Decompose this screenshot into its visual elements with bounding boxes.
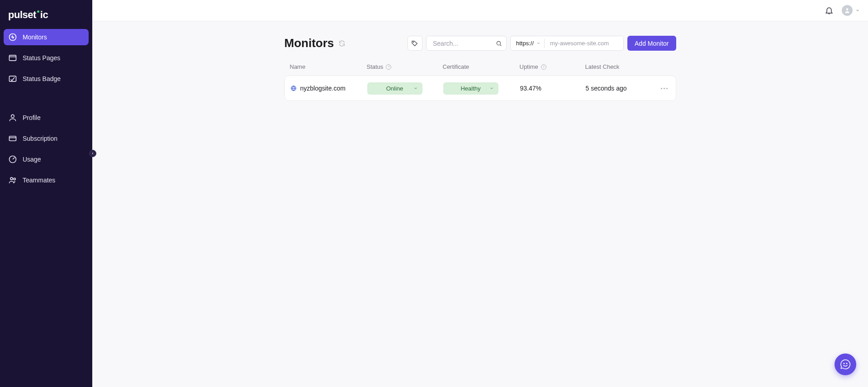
column-status: Status ? (367, 63, 443, 70)
protocol-label: https:// (516, 40, 534, 47)
avatar (842, 5, 853, 16)
card-icon (8, 134, 17, 143)
add-monitor-button[interactable]: Add Monitor (627, 36, 676, 51)
refresh-icon[interactable] (338, 40, 346, 47)
topbar (92, 0, 868, 21)
nav-group-main: Monitors Status Pages Status Badge (0, 29, 92, 91)
sidebar-item-label: Status Badge (23, 75, 61, 82)
sidebar-item-teammates[interactable]: Teammates (4, 172, 89, 188)
sidebar-item-label: Usage (23, 156, 41, 163)
svg-point-13 (846, 363, 848, 364)
user-icon (8, 113, 17, 122)
chevron-down-icon (489, 86, 494, 91)
uptime-cell: 93.47% (520, 85, 586, 92)
users-icon (8, 176, 17, 185)
column-certificate: Certificate (443, 63, 520, 70)
chat-widget-button[interactable] (835, 354, 856, 375)
protocol-select[interactable]: https:// (511, 39, 545, 48)
latest-check-cell: 5 seconds ago (586, 85, 645, 92)
logo[interactable]: pulsetic (0, 4, 92, 29)
status-badge[interactable]: Online (367, 82, 422, 95)
page-header: Monitors https:// (285, 36, 676, 51)
column-status-label: Status (367, 63, 384, 70)
sidebar-item-profile[interactable]: Profile (4, 110, 89, 126)
column-latest: Latest Check (585, 63, 644, 70)
certificate-cell: Healthy (443, 82, 520, 95)
monitor-name: nyzblogsite.com (300, 85, 346, 92)
gauge-icon (8, 155, 17, 164)
sidebar-item-status-pages[interactable]: Status Pages (4, 50, 89, 66)
tag-filter-button[interactable] (408, 36, 422, 51)
status-cell: Online (367, 82, 443, 95)
collapse-sidebar-button[interactable] (89, 150, 96, 157)
row-actions[interactable] (645, 88, 670, 89)
chat-smile-icon (840, 359, 851, 370)
monitor-name-cell: nyzblogsite.com (290, 85, 367, 92)
chevron-down-icon (855, 8, 860, 13)
sidebar-item-label: Monitors (23, 33, 47, 41)
tag-icon (411, 40, 418, 47)
column-name: Name (290, 63, 367, 70)
search-wrap (426, 36, 507, 51)
sidebar-item-label: Profile (23, 114, 41, 121)
main: Monitors https:// (92, 0, 868, 387)
certificate-badge-label: Healthy (460, 85, 480, 92)
nav-group-account: Profile Subscription Usage Teammates (0, 110, 92, 193)
url-input[interactable] (545, 36, 623, 50)
sidebar-item-status-badge[interactable]: Status Badge (4, 71, 89, 87)
table-header: Name Status ? Certificate Uptime ? Lates… (285, 63, 676, 70)
svg-point-7 (14, 178, 15, 180)
column-uptime-label: Uptime (520, 63, 538, 70)
header-controls: https:// Add Monitor (408, 36, 676, 51)
url-input-group: https:// (510, 36, 624, 51)
notifications-bell-icon[interactable] (825, 6, 834, 15)
svg-point-3 (11, 115, 14, 118)
window-icon (8, 53, 17, 62)
sidebar-item-subscription[interactable]: Subscription (4, 130, 89, 147)
help-icon[interactable]: ? (386, 64, 391, 70)
svg-rect-2 (9, 76, 16, 81)
badge-icon (8, 74, 17, 83)
svg-point-9 (413, 42, 414, 42)
chevron-down-icon (413, 86, 418, 91)
column-uptime: Uptime ? (520, 63, 585, 70)
help-icon[interactable]: ? (541, 64, 546, 70)
logo-dot-icon (37, 10, 39, 13)
user-menu[interactable] (842, 5, 860, 16)
sidebar-item-label: Teammates (23, 177, 55, 184)
svg-point-6 (10, 177, 13, 180)
certificate-badge[interactable]: Healthy (443, 82, 498, 95)
page-title: Monitors (285, 36, 334, 50)
status-badge-label: Online (386, 85, 403, 92)
svg-point-8 (846, 8, 849, 10)
chevron-down-icon (536, 41, 541, 45)
sidebar-item-monitors[interactable]: Monitors (4, 29, 89, 45)
table-row[interactable]: nyzblogsite.com Online Healthy 93.47% 5 … (285, 76, 676, 101)
sidebar: pulsetic Monitors Status Pages Status Ba… (0, 0, 92, 387)
globe-icon (290, 85, 297, 91)
svg-point-12 (844, 363, 845, 364)
sidebar-item-label: Status Pages (23, 54, 60, 62)
sidebar-item-usage[interactable]: Usage (4, 151, 89, 167)
svg-rect-4 (9, 136, 16, 141)
container: Monitors https:// (285, 36, 676, 101)
monitor-icon (8, 33, 17, 42)
logo-text: pulsetic (8, 9, 48, 21)
sidebar-item-label: Subscription (23, 135, 57, 142)
more-icon (645, 88, 670, 89)
svg-rect-1 (9, 55, 16, 61)
search-input[interactable] (426, 36, 507, 51)
